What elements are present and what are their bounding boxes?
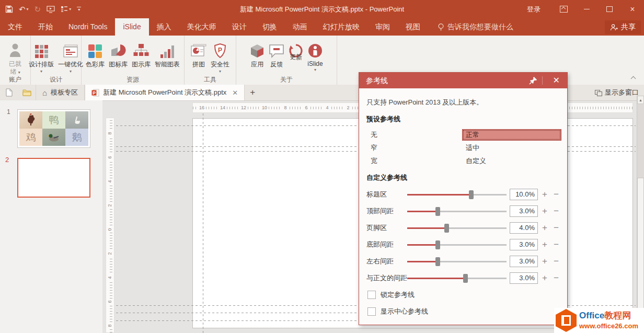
show-center-guides-checkbox[interactable] [367, 307, 376, 316]
guides-dialog: 参考线 ✕ 只支持 PowerPoint 2013 及以上版本。 预设参考线 无… [359, 72, 568, 325]
ribbon-tab[interactable]: 动画 [285, 18, 315, 36]
ribbon-tab[interactable]: 切换 [255, 18, 285, 36]
islide-button[interactable]: iSlide ▾ [305, 38, 325, 72]
scrollbar-thumb[interactable] [637, 178, 644, 329]
slider-value[interactable]: 3.0% [510, 205, 538, 217]
increase-button[interactable]: + [542, 272, 547, 284]
decrease-button[interactable]: − [554, 222, 559, 234]
sign-in-button[interactable]: 登录 [515, 5, 552, 14]
slider-track[interactable] [407, 211, 507, 212]
slider-row-body-spacing: 与正文的间距 3.0% + − [359, 272, 567, 284]
dialog-close-icon[interactable]: ✕ [553, 73, 560, 88]
preset-custom[interactable]: 自定义 [466, 155, 486, 167]
new-tab-button[interactable]: + [245, 85, 260, 100]
vertical-scrollbar[interactable]: ▲ [637, 96, 644, 333]
slider-track[interactable] [407, 261, 507, 262]
ribbon-tab[interactable]: Nordri Tools [61, 18, 115, 36]
preset-medium[interactable]: 适中 [466, 142, 479, 154]
account-ready-button[interactable]: 已就绪 ▾ [5, 38, 25, 76]
puzzle-button[interactable]: 拼图 [189, 38, 209, 69]
ribbon-tab[interactable]: 审阅 [367, 18, 398, 36]
increase-button[interactable]: + [542, 256, 547, 267]
new-file-icon[interactable] [0, 85, 18, 100]
svg-text:P: P [218, 47, 222, 54]
slider-track[interactable] [407, 227, 507, 229]
increase-button[interactable]: + [542, 239, 547, 250]
dialog-title: 参考线 [366, 73, 388, 88]
slider-thumb[interactable] [435, 207, 440, 216]
slide1-thumbnail[interactable]: 鸭 鸡 鹅 [17, 109, 90, 148]
ribbon-group-tools: 拼图 P 安全性 ▾ 工具 [185, 36, 236, 85]
svg-text:P: P [93, 90, 96, 95]
ribbon-tab[interactable]: 设计 [224, 18, 255, 36]
slider-value[interactable]: 3.0% [510, 272, 538, 284]
one-key-optimize-button[interactable]: 一键优化 ▾ [56, 38, 85, 74]
security-button[interactable]: P 安全性 ▾ [209, 38, 232, 74]
update-button[interactable]: 更新 [286, 38, 305, 62]
ribbon-tab[interactable]: 视图 [398, 18, 428, 36]
slider-thumb[interactable] [444, 224, 449, 233]
open-folder-icon[interactable] [18, 85, 36, 100]
slider-label: 底部间距 [366, 239, 394, 250]
ribbon-tab[interactable]: 开始 [30, 18, 61, 36]
ribbon-tab[interactable]: 插入 [149, 18, 179, 36]
template-zone-tab[interactable]: ⌂ 模板专区 [36, 85, 85, 100]
lock-guides-checkbox[interactable] [367, 291, 376, 299]
ribbon-tab[interactable]: 幻灯片放映 [315, 18, 367, 36]
slider-track[interactable] [407, 278, 507, 279]
slider-value[interactable]: 3.0% [510, 256, 538, 267]
increase-button[interactable]: + [542, 205, 547, 217]
increase-button[interactable]: + [542, 189, 547, 200]
group-label-design: 设计 [31, 76, 81, 85]
ribbon-tab[interactable]: 文件 [0, 18, 30, 36]
tell-me-box[interactable]: 告诉我你想要做什么 [438, 18, 513, 36]
slider-thumb[interactable] [463, 274, 468, 283]
scroll-up-arrow[interactable]: ▲ [637, 96, 644, 104]
ribbon-tab[interactable]: iSlide [115, 18, 148, 36]
slider-thumb[interactable] [435, 240, 440, 249]
slider-track[interactable] [407, 194, 507, 196]
decrease-button[interactable]: − [554, 256, 559, 267]
preset-wide[interactable]: 宽 [371, 155, 377, 167]
preset-normal-selected[interactable]: 正常 [462, 129, 561, 141]
slide2-thumbnail-selected[interactable] [17, 158, 90, 198]
pin-icon[interactable] [528, 76, 538, 85]
smart-chart-button[interactable]: 智能图表 [153, 38, 182, 69]
decrease-button[interactable]: − [554, 272, 559, 284]
decrease-button[interactable]: − [554, 205, 559, 217]
slide-pie-icon [191, 39, 206, 59]
slider-thumb[interactable] [435, 257, 440, 266]
close-tab-icon[interactable]: ✕ [232, 89, 238, 97]
preset-none[interactable]: 无 [371, 129, 377, 141]
vertical-guide-line[interactable] [203, 113, 203, 333]
diagram-library-button[interactable]: 图示库 [130, 38, 153, 69]
slider-label: 顶部间距 [366, 205, 394, 217]
close-button[interactable]: × [621, 0, 644, 18]
icon-library-button[interactable]: 图标库 [107, 38, 130, 69]
share-button[interactable]: 共享 [605, 20, 641, 34]
decrease-button[interactable]: − [554, 239, 559, 250]
increase-button[interactable]: + [542, 222, 547, 234]
slider-row-bottom-spacing: 底部间距 3.0% + − [359, 239, 567, 250]
slider-value[interactable]: 3.0% [510, 239, 538, 250]
ruler-number: 2 [107, 250, 113, 257]
feedback-button[interactable]: 反馈 [267, 38, 286, 69]
ribbon-group-resource: 色彩库 图标库 图示库 [82, 36, 185, 85]
preset-narrow[interactable]: 窄 [371, 142, 377, 154]
minimize-button[interactable] [575, 0, 598, 18]
slider-value[interactable]: 4.0% [510, 222, 538, 234]
ribbon-tab[interactable]: 美化大师 [179, 18, 224, 36]
islide-logo-icon [308, 39, 323, 59]
slider-thumb[interactable] [469, 190, 474, 199]
app-button[interactable]: 应用 [248, 38, 267, 69]
slider-track[interactable] [407, 244, 507, 246]
document-tab[interactable]: P 新建 Microsoft PowerPoint 演示文稿.pptx ✕ [85, 85, 245, 100]
collapse-ribbon-icon[interactable] [631, 75, 636, 80]
decrease-button[interactable]: − [554, 189, 559, 200]
ribbon-display-options-icon[interactable] [552, 0, 575, 18]
design-layout-button[interactable]: 设计排版 ▾ [27, 38, 56, 74]
show-multiple-windows-button[interactable]: 显示多窗口 [595, 85, 639, 100]
maximize-button[interactable] [598, 0, 621, 18]
slider-value[interactable]: 10.0% [510, 189, 538, 200]
color-library-button[interactable]: 色彩库 [84, 38, 107, 69]
